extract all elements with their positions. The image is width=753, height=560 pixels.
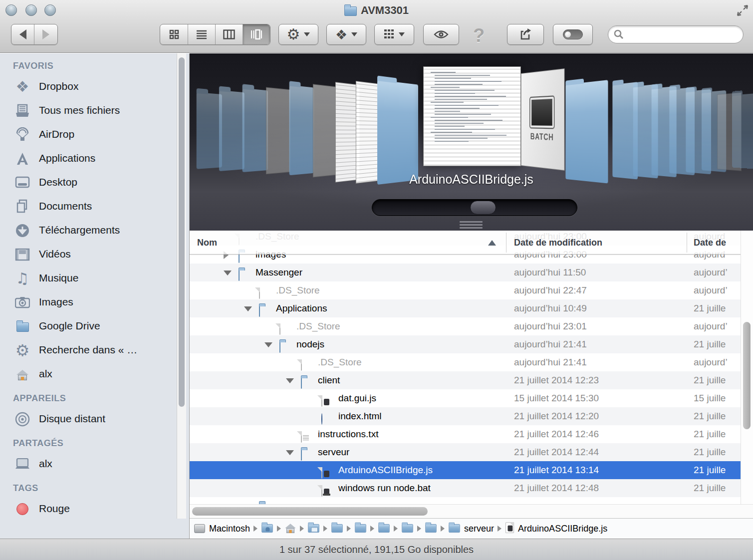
sidebar-item-desktop[interactable]: Desktop [0,170,189,194]
file-row-partial[interactable] [190,497,741,504]
disclosure-expanded-icon[interactable] [286,378,294,383]
file-date-created: 21 juille [694,407,726,425]
sidebar-item-airdrop[interactable]: AirDrop [0,122,189,146]
file-row-arduinoasciibridge-js[interactable]: ArduinoASCIIBridge.js21 juillet 2014 13:… [190,461,741,479]
sidebar-item-rouge[interactable]: Rouge [0,497,189,521]
path-item-arduinoasciibridge-js[interactable]: ArduinoASCIIBridge.js [505,522,607,536]
path-item-folder[interactable] [354,522,367,536]
file-row-massenger[interactable]: Massengeraujourd’hui 11:50aujourd’ [190,264,741,281]
path-item-folder[interactable] [401,522,414,536]
sidebar-item-applications[interactable]: Applications [0,146,189,170]
sidebar-item-alx[interactable]: alx [0,452,189,476]
path-item-folder[interactable] [307,522,320,536]
forward-button[interactable] [34,24,57,44]
sidebar-item-dropbox[interactable]: ❖Dropbox [0,74,189,98]
disclosure-expanded-icon[interactable] [264,342,272,347]
arrange-menu-button[interactable] [374,24,414,45]
list-view-button[interactable] [188,24,215,44]
nav-buttons [11,24,58,45]
coverflow-folder-item[interactable] [565,80,608,183]
back-button[interactable] [11,24,34,44]
path-item-folder[interactable] [425,522,437,536]
sidebar-item-disque-distant[interactable]: Disque distant [0,407,189,431]
coverflow-document-item[interactable] [356,81,380,184]
file-name: instructions.txt [318,425,378,443]
toggle-button[interactable] [553,24,593,45]
sidebar-item-tous-mes-fichiers[interactable]: Tous mes fichiers [0,98,189,122]
coverflow-scrubber[interactable] [372,199,577,216]
fullscreen-icon[interactable] [736,4,749,17]
sidebar-scrollbar-thumb[interactable] [179,57,185,407]
file-row-nodejs[interactable]: nodejsaujourd’hui 21:4121 juille [190,335,741,353]
file-row-windows-run-node-bat[interactable]: windows run node.bat21 juillet 2014 12:4… [190,479,741,497]
sidebar-item-documents[interactable]: Documents [0,194,189,218]
sidebar-scrollbar[interactable] [177,53,186,519]
sidebar-item-label: alx [39,368,52,379]
file-row-serveur[interactable]: serveur21 juillet 2014 12:4421 juille [190,443,741,461]
icon-view-button[interactable] [160,24,188,44]
path-item-folder[interactable] [284,521,296,537]
column-header-date-modification[interactable]: Date de modification [514,231,602,255]
coverflow-document-item[interactable] [313,84,336,177]
coverflow-view-button[interactable] [243,24,270,44]
file-row--ds-store[interactable]: .DS_Storeaujourd’hui 23:01aujourd’ [190,317,741,335]
coverflow-folder-item[interactable] [289,85,314,175]
sidebar-item-t-l-chargements[interactable]: Téléchargements [0,218,189,242]
path-item-macintosh[interactable]: Macintosh [194,521,250,536]
folder-icon [355,523,366,535]
dropbox-menu-button[interactable]: ❖ [326,24,366,45]
quicklook-button[interactable] [423,24,459,45]
coverflow-document-item[interactable] [266,87,290,175]
path-item-serveur[interactable]: serveur [448,522,494,536]
coverflow-folder-item[interactable] [243,88,268,173]
status-text: 1 sur 37 sélectionné, 191,15 Go disponib… [279,544,474,556]
coverflow-folder-item[interactable] [197,92,222,169]
disclosure-expanded-icon[interactable] [224,271,232,276]
js-file-icon [505,522,514,535]
path-item-folder[interactable] [261,522,273,536]
disclosure-expanded-icon[interactable] [244,306,252,311]
path-item-folder[interactable] [331,522,343,536]
file-row--ds-store[interactable]: .DS_Storeaujourd’hui 21:41aujourd’ [190,353,741,371]
coverflow-selected-preview[interactable] [423,66,521,166]
coverflow-folder-item[interactable] [377,80,418,185]
column-header-nom[interactable]: Nom [197,231,217,255]
help-button[interactable]: ? [473,25,485,46]
folder-user-icon [261,523,273,535]
column-header-date-de[interactable]: Date de [694,231,726,255]
share-button[interactable] [507,24,544,45]
search-field[interactable] [608,25,744,43]
file-row-index-html[interactable]: index.html21 juillet 2014 12:2021 juille [190,407,741,425]
proxy-folder-icon[interactable] [344,6,357,16]
coverflow-folder-item[interactable] [732,93,753,169]
sidebar-item-recherche-dans-[interactable]: ⚙Recherche dans « … [0,338,189,362]
list-horizontal-scrollbar[interactable] [190,504,753,518]
title-bar[interactable]: AVM3301 [0,0,753,21]
file-row--ds-store[interactable]: .DS_Storeaujourd’hui 22:47aujourd’ [190,281,741,299]
list-horizontal-scrollbar-thumb[interactable] [192,507,428,516]
file-row-applications[interactable]: Applicationsaujourd’hui 10:4921 juille [190,299,741,317]
coverflow-folder-item[interactable] [219,90,245,171]
file-date-created: 21 juille [694,443,726,461]
action-menu-button[interactable]: ⚙ [278,24,318,45]
list-vertical-scrollbar[interactable] [741,231,753,504]
path-item-folder[interactable] [378,522,390,536]
batch-file-preview[interactable]: BATCH [521,68,564,171]
sidebar-item-google-drive[interactable]: Google Drive [0,314,189,338]
pane-resize-handle[interactable] [460,221,483,230]
file-row-dat-gui-js[interactable]: dat.gui.js15 juillet 2014 15:3015 juille [190,389,741,407]
sidebar-section-title: FAVORIS [0,57,189,74]
search-input[interactable] [624,27,743,41]
list-vertical-scrollbar-thumb[interactable] [743,322,751,429]
file-row-client[interactable]: client21 juillet 2014 12:2321 juille [190,371,741,389]
sidebar-item-alx[interactable]: alx [0,362,189,386]
sidebar-item-vid-os[interactable]: Vidéos [0,242,189,266]
sidebar-item-images[interactable]: Images [0,290,189,314]
disclosure-expanded-icon[interactable] [286,450,294,455]
column-view-button[interactable] [215,24,243,44]
coverflow-scrubber-knob[interactable] [470,201,496,215]
file-row-instructions-txt[interactable]: instructions.txt21 juillet 2014 12:4621 … [190,425,741,443]
sidebar: FAVORIS❖DropboxTous mes fichiersAirDropA… [0,53,190,539]
file-icon [279,320,292,332]
sidebar-item-musique[interactable]: ♫Musique [0,266,189,290]
